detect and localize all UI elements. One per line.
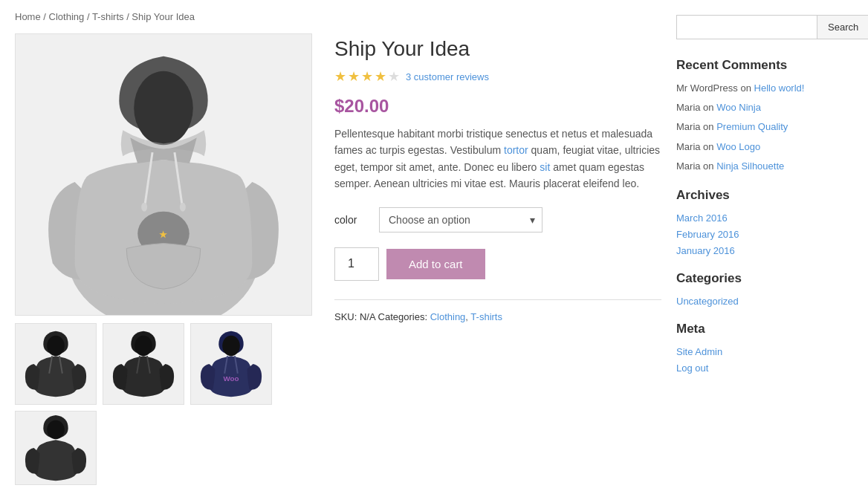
- categories-label: Categories:: [378, 311, 430, 322]
- add-to-cart-row: 1 Add to cart: [334, 247, 661, 281]
- breadcrumb-home[interactable]: Home: [15, 11, 41, 22]
- sit-link[interactable]: sit: [540, 161, 550, 173]
- add-to-cart-button[interactable]: Add to cart: [386, 249, 485, 279]
- sku-label: SKU:: [334, 311, 357, 322]
- category-item-uncategorized: Uncategorized: [676, 295, 825, 307]
- search-input[interactable]: [676, 15, 817, 39]
- color-select[interactable]: Choose an option Black Gray Navy: [379, 207, 542, 233]
- svg-point-1: [134, 71, 193, 145]
- main-content: Home / Clothing / T-shirts / Ship Your I…: [0, 0, 868, 491]
- color-select-wrapper: Choose an option Black Gray Navy: [379, 207, 542, 233]
- product-title: Ship Your Idea: [334, 37, 661, 61]
- product-details: Ship Your Idea ★ ★ ★ ★ ★ 3 customer revi…: [334, 33, 661, 485]
- categories-section: Categories Uncategorized: [676, 271, 825, 307]
- color-label: color: [334, 214, 372, 226]
- svg-point-4: [141, 203, 147, 212]
- archive-item-january: January 2016: [676, 244, 825, 256]
- archives-section: Archives March 2016 February 2016 Januar…: [676, 188, 825, 256]
- comment-item-2: Maria on Woo Ninja: [676, 101, 825, 114]
- thumbnail-2[interactable]: [103, 323, 184, 405]
- search-box: Search: [676, 15, 825, 39]
- category-clothing[interactable]: Clothing: [430, 311, 466, 322]
- main-product-image[interactable]: ★: [15, 33, 312, 316]
- site-admin-link[interactable]: Site Admin: [676, 346, 722, 357]
- meta-site-admin: Site Admin: [676, 345, 825, 357]
- product-layout: ★: [15, 33, 661, 485]
- archive-march-link[interactable]: March 2016: [676, 212, 728, 224]
- product-meta: SKU: N/A Categories: Clothing, T-shirts: [334, 311, 661, 322]
- categories-title: Categories: [676, 271, 825, 286]
- svg-point-17: [222, 336, 240, 356]
- archive-item-march: March 2016: [676, 212, 825, 224]
- svg-point-9: [47, 336, 65, 356]
- commenter-4: Maria on: [676, 141, 716, 152]
- thumbnail-3[interactable]: Woo: [190, 323, 272, 405]
- archive-february-link[interactable]: February 2016: [676, 229, 739, 240]
- star-5: ★: [388, 68, 400, 85]
- star-4: ★: [375, 68, 386, 85]
- recent-comments-section: Recent Comments Mr WordPress on Hello wo…: [676, 58, 825, 173]
- breadcrumb-current: Ship Your Idea: [132, 11, 195, 22]
- svg-point-5: [180, 203, 186, 212]
- reviews-link[interactable]: 3 customer reviews: [406, 71, 489, 82]
- search-button[interactable]: Search: [817, 15, 868, 39]
- page-wrapper: Home / Clothing / T-shirts / Ship Your I…: [0, 0, 868, 491]
- breadcrumb-clothing[interactable]: Clothing: [49, 11, 85, 22]
- meta-log-out: Log out: [676, 362, 825, 374]
- archives-title: Archives: [676, 188, 825, 203]
- breadcrumb-tshirts[interactable]: T-shirts: [92, 11, 124, 22]
- product-images: ★: [15, 33, 312, 485]
- product-description: Pellentesque habitant morbi tristique se…: [334, 126, 661, 192]
- product-area: Home / Clothing / T-shirts / Ship Your I…: [15, 11, 661, 485]
- star-2: ★: [348, 68, 360, 85]
- product-divider: [334, 299, 661, 300]
- svg-text:Woo: Woo: [223, 374, 239, 383]
- recent-comments-title: Recent Comments: [676, 58, 825, 73]
- meta-title: Meta: [676, 322, 825, 336]
- thumbnail-1[interactable]: [15, 323, 97, 405]
- sidebar: Search Recent Comments Mr WordPress on H…: [676, 11, 825, 485]
- log-out-link[interactable]: Log out: [676, 362, 708, 374]
- archive-january-link[interactable]: January 2016: [676, 245, 735, 256]
- commenter-2: Maria on: [676, 102, 716, 113]
- svg-point-22: [47, 420, 65, 440]
- rating-row: ★ ★ ★ ★ ★ 3 customer reviews: [334, 68, 661, 85]
- comment-item-3: Maria on Premium Quality: [676, 120, 825, 134]
- comment-link-1[interactable]: Hello world!: [754, 82, 805, 94]
- thumbnail-row-2: [15, 411, 312, 485]
- commenter-1: Mr WordPress on: [676, 82, 754, 94]
- quantity-input[interactable]: 1: [334, 247, 379, 281]
- star-1: ★: [334, 68, 346, 85]
- svg-point-13: [135, 336, 152, 356]
- comment-link-2[interactable]: Woo Ninja: [716, 102, 761, 113]
- comment-link-5[interactable]: Ninja Silhouette: [716, 160, 784, 172]
- category-tshirts[interactable]: T-shirts: [470, 311, 502, 322]
- tortor-link[interactable]: tortor: [504, 144, 528, 156]
- stars: ★ ★ ★ ★ ★: [334, 68, 400, 85]
- comment-item-4: Maria on Woo Logo: [676, 140, 825, 154]
- comment-item-5: Maria on Ninja Silhouette: [676, 160, 825, 173]
- breadcrumb: Home / Clothing / T-shirts / Ship Your I…: [15, 11, 661, 22]
- commenter-5: Maria on: [676, 160, 716, 172]
- product-price: $20.00: [334, 96, 661, 117]
- thumbnail-4[interactable]: [15, 411, 97, 485]
- color-row: color Choose an option Black Gray Navy: [334, 207, 661, 233]
- archive-item-february: February 2016: [676, 228, 825, 240]
- sku-value: N/A: [360, 311, 378, 322]
- comment-link-3[interactable]: Premium Quality: [716, 121, 788, 132]
- star-3: ★: [361, 68, 373, 85]
- meta-section: Meta Site Admin Log out: [676, 322, 825, 374]
- thumbnail-row-1: Woo: [15, 323, 312, 405]
- comment-link-4[interactable]: Woo Logo: [716, 141, 760, 152]
- svg-text:★: ★: [160, 230, 168, 240]
- commenter-3: Maria on: [676, 121, 716, 132]
- comment-item-1: Mr WordPress on Hello world!: [676, 82, 825, 95]
- category-uncategorized-link[interactable]: Uncategorized: [676, 296, 739, 307]
